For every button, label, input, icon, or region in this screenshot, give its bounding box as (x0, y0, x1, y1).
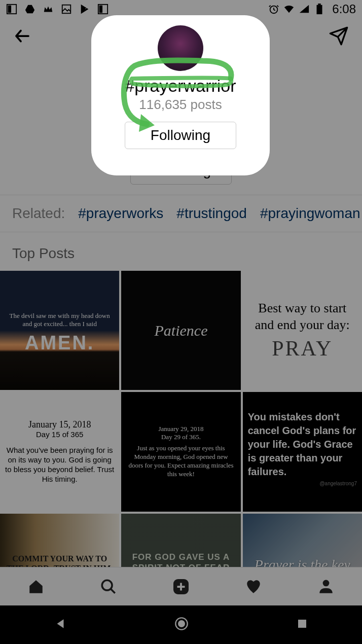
related-link-1[interactable]: #prayerworks (78, 205, 163, 222)
post-text: Best way to start and end your day: (248, 300, 357, 333)
drive-icon (24, 4, 35, 15)
back-arrow-icon[interactable] (13, 27, 31, 47)
bottom-navigation (0, 567, 362, 605)
hashtag-post-count: 116,635 posts (139, 97, 222, 113)
android-navigation-bar (0, 605, 362, 644)
app-icon-6 (97, 4, 108, 15)
wifi-icon (283, 4, 295, 15)
crown-icon (43, 4, 54, 15)
post-text: The devil saw me with my head down and g… (5, 312, 114, 328)
svg-rect-6 (317, 5, 322, 14)
post-text: PRAY (272, 336, 333, 361)
post-thumbnail[interactable]: Best way to start and end your day: PRAY (243, 271, 362, 390)
post-thumbnail[interactable]: January 15, 2018 Day 15 of 365 What you'… (0, 392, 119, 511)
home-icon[interactable] (27, 578, 45, 596)
following-button[interactable]: Following (125, 122, 236, 149)
svg-rect-1 (8, 6, 11, 13)
status-clock: 6:08 (332, 2, 356, 16)
post-thumbnail[interactable]: You mistakes don't cancel God's plans fo… (243, 392, 362, 511)
android-recents-icon[interactable] (296, 618, 308, 632)
post-text: @angelastrong7 (319, 481, 357, 486)
tutorial-spotlight: #prayerwarrior 116,635 posts Following (91, 15, 270, 175)
hashtag-avatar[interactable] (158, 25, 203, 71)
post-text: January 29, 2018 (158, 425, 203, 433)
svg-point-10 (322, 580, 329, 586)
post-text: Day 15 of 365 (36, 430, 83, 439)
post-text: Just as you opened your eyes this Monday… (126, 444, 235, 479)
signal-icon (299, 4, 310, 15)
related-label: Related: (12, 205, 65, 222)
post-text: You mistakes don't cancel God's plans fo… (248, 410, 357, 479)
activity-icon[interactable] (244, 578, 263, 596)
post-thumbnail[interactable]: The devil saw me with my head down and g… (0, 271, 119, 390)
android-home-icon[interactable] (174, 617, 189, 633)
post-thumbnail[interactable]: January 29, 2018 Day 29 of 365. Just as … (121, 392, 240, 511)
top-posts-heading: Top Posts (0, 232, 362, 271)
svg-point-8 (102, 580, 112, 590)
send-icon[interactable] (329, 26, 349, 48)
related-hashtags-row[interactable]: Related: #prayerworks #trustingod #prayi… (0, 195, 362, 232)
svg-rect-7 (318, 4, 321, 5)
post-text: Day 29 of 365. (161, 433, 201, 441)
hashtag-title: #prayerwarrior (125, 76, 236, 96)
app-icon-1 (6, 4, 17, 15)
related-link-2[interactable]: #trustingod (176, 205, 247, 222)
add-post-icon[interactable] (172, 578, 190, 596)
post-text: AMEN. (25, 332, 94, 354)
photo-icon (61, 4, 72, 15)
post-text: What you've been praying for is on its w… (5, 446, 114, 484)
profile-icon[interactable] (317, 578, 335, 596)
svg-point-12 (178, 620, 185, 627)
svg-rect-2 (62, 5, 71, 14)
post-text: January 15, 2018 (28, 419, 91, 430)
android-back-icon[interactable] (54, 617, 67, 632)
svg-rect-13 (298, 620, 306, 628)
alarm-icon (268, 4, 279, 15)
search-icon[interactable] (99, 578, 118, 596)
post-text: Patience (155, 322, 208, 339)
related-link-3[interactable]: #prayingwoman (260, 205, 360, 222)
play-icon (79, 4, 90, 15)
post-thumbnail[interactable]: Patience (121, 271, 240, 390)
svg-rect-4 (99, 6, 102, 13)
battery-icon (314, 4, 325, 15)
